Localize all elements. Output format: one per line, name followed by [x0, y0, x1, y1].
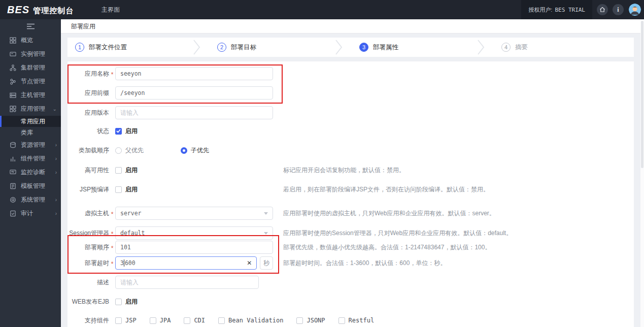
component-jsonp-checkbox[interactable]	[296, 317, 303, 324]
step-arrow-icon	[319, 40, 359, 55]
gear-icon	[9, 197, 16, 204]
step-number: 4	[501, 43, 511, 52]
sidebar-item-templates[interactable]: 模板管理	[0, 179, 61, 193]
main-content: 部署应用 1 部署文件位置 2 部署目标 3 部署属性 4 摘要 应用名称	[61, 19, 640, 327]
required-asterisk: *	[109, 209, 115, 218]
host-icon	[9, 92, 16, 99]
check-icon	[116, 129, 121, 133]
monitor-icon	[9, 169, 16, 176]
scrollbar[interactable]	[640, 19, 644, 327]
application-icon	[9, 106, 16, 113]
chevron-right-icon: ›	[55, 197, 57, 203]
form-row-deploy-timeout: 部署超时 * 3 600 ✕ 秒 部署超时时间。合法值：1-3600，默认值：6…	[67, 256, 634, 270]
field-hint: 部署优先级，数值越小优先级越高。合法值：1-2147483647，默认值：100…	[283, 243, 491, 252]
form-row-app-prefix: 应用前缀 /seeyon	[67, 86, 634, 100]
instance-icon	[9, 51, 16, 58]
step-deploy-target[interactable]: 2 部署目标	[217, 43, 319, 52]
step-number: 2	[217, 43, 226, 52]
info-button[interactable]: i	[613, 4, 624, 15]
template-icon	[9, 183, 16, 190]
sidebar-item-audit[interactable]: 审计 ›	[0, 207, 61, 220]
step-deploy-properties[interactable]: 3 部署属性	[359, 43, 461, 52]
unit-seconds: 秒	[260, 256, 273, 270]
home-button[interactable]	[597, 4, 608, 15]
jsp-precompile-checkbox[interactable]	[115, 186, 122, 193]
deploy-order-input[interactable]: 101	[115, 241, 273, 254]
web-publish-ejb-checkbox[interactable]	[115, 299, 122, 305]
clear-input-icon[interactable]: ✕	[247, 259, 252, 267]
description-input[interactable]: 请输入	[115, 276, 259, 289]
sidebar-item-resources[interactable]: 资源管理 ›	[0, 138, 61, 152]
top-header: BES 管理控制台 主界面 授权用户: BES TRIAL i	[0, 0, 644, 19]
required-asterisk: *	[109, 243, 115, 252]
form-row-class-load-order: 类加载顺序 父优先 子优先	[67, 144, 634, 157]
tab-main-interface[interactable]: 主界面	[96, 0, 125, 19]
high-availability-checkbox[interactable]	[115, 167, 122, 174]
grid-icon	[9, 37, 16, 44]
page-title: 部署应用	[61, 19, 640, 34]
collapse-menu-icon	[27, 23, 35, 29]
cluster-icon	[9, 64, 16, 72]
app-logo: BES 管理控制台	[0, 4, 85, 16]
chevron-right-icon: ›	[55, 142, 57, 148]
wizard-steps: 1 部署文件位置 2 部署目标 3 部署属性 4 摘要	[67, 38, 634, 57]
sidebar-item-components[interactable]: 组件管理 ›	[0, 152, 61, 166]
component-icon	[9, 155, 16, 162]
form-row-app-name: 应用名称 * seeyon	[67, 67, 634, 80]
field-hint: 应用部署时使用的虚拟主机，只对Web应用和企业应用有效。默认值：server。	[283, 209, 495, 218]
field-hint: 应用部署时使用的Session管理器，只对Web应用和企业应用有效。默认值：de…	[283, 229, 512, 238]
virtual-host-select[interactable]: server	[115, 207, 273, 220]
step-arrow-icon	[177, 40, 217, 55]
component-restful-checkbox[interactable]	[338, 317, 345, 324]
component-jpa-checkbox[interactable]	[150, 317, 156, 324]
app-name-input[interactable]: seeyon	[115, 67, 273, 80]
component-bean-validation-checkbox[interactable]	[218, 317, 225, 324]
form-row-high-availability: 高可用性 启用 标记应用开启会话复制功能，默认值：禁用。	[67, 164, 634, 177]
sidebar-item-nodes[interactable]: 节点管理	[0, 75, 61, 88]
sidebar-item-system[interactable]: 系统管理 ›	[0, 193, 61, 207]
chevron-right-icon: ›	[55, 211, 57, 216]
form-row-description: 描述 请输入	[67, 276, 634, 289]
step-summary[interactable]: 4 摘要	[501, 43, 603, 52]
field-hint: 部署超时时间。合法值：1-3600，默认值：600，单位：秒。	[283, 259, 446, 268]
required-asterisk: *	[109, 259, 115, 268]
parent-first-radio[interactable]	[115, 147, 122, 154]
field-hint: 若启用，则在部署阶段编译JSP文件，否则在访问阶段编译。默认值：禁用。	[283, 185, 489, 194]
sidebar-item-common-apps[interactable]: 常用应用	[0, 116, 61, 127]
user-avatar[interactable]	[629, 4, 641, 16]
step-arrow-icon	[461, 40, 501, 55]
form-row-web-publish-ejb: WEB发布EJB 启用	[67, 295, 634, 308]
sidebar-item-clusters[interactable]: 集群管理	[0, 61, 61, 75]
session-manager-select[interactable]: default	[115, 226, 273, 240]
step-number: 3	[359, 43, 368, 52]
licensed-user: 授权用户: BES TRIAL	[521, 0, 592, 19]
field-hint: 标记应用开启会话复制功能，默认值：禁用。	[283, 166, 405, 175]
chevron-down-icon	[264, 212, 268, 215]
sidebar-item-instances[interactable]: 实例管理	[0, 47, 61, 61]
scrollbar-thumb[interactable]	[641, 21, 643, 168]
deploy-timeout-input[interactable]: 3 600 ✕	[115, 256, 257, 270]
info-icon: i	[617, 6, 619, 14]
chevron-down-icon	[264, 232, 268, 235]
sidebar-item-monitoring[interactable]: 监控诊断 ›	[0, 166, 61, 179]
sidebar-item-hosts[interactable]: 主机管理	[0, 88, 61, 102]
licensed-user-value: BES TRIAL	[555, 7, 585, 13]
form-row-session-manager: Session管理器 * default 应用部署时使用的Session管理器，…	[67, 226, 634, 240]
component-jsp-checkbox[interactable]	[115, 317, 122, 324]
sidebar-item-libraries[interactable]: 类库	[0, 127, 61, 138]
app-version-input[interactable]: 请输入	[115, 106, 273, 119]
required-asterisk: *	[109, 70, 115, 78]
status-enabled-checkbox[interactable]	[115, 128, 122, 135]
sidebar-item-overview[interactable]: 概览	[0, 34, 61, 47]
app-prefix-input[interactable]: /seeyon	[115, 86, 273, 100]
component-cdi-checkbox[interactable]	[184, 317, 190, 324]
sidebar-item-applications[interactable]: 应用管理 ⌄	[0, 102, 61, 116]
home-icon	[599, 7, 605, 13]
child-first-radio[interactable]	[181, 147, 187, 154]
step-deploy-file-location[interactable]: 1 部署文件位置	[75, 43, 177, 52]
node-icon	[9, 78, 16, 85]
sidebar-collapse-button[interactable]	[0, 19, 61, 34]
logo-console-text: 管理控制台	[33, 6, 74, 16]
avatar-icon	[629, 4, 641, 16]
resource-icon	[9, 142, 16, 149]
